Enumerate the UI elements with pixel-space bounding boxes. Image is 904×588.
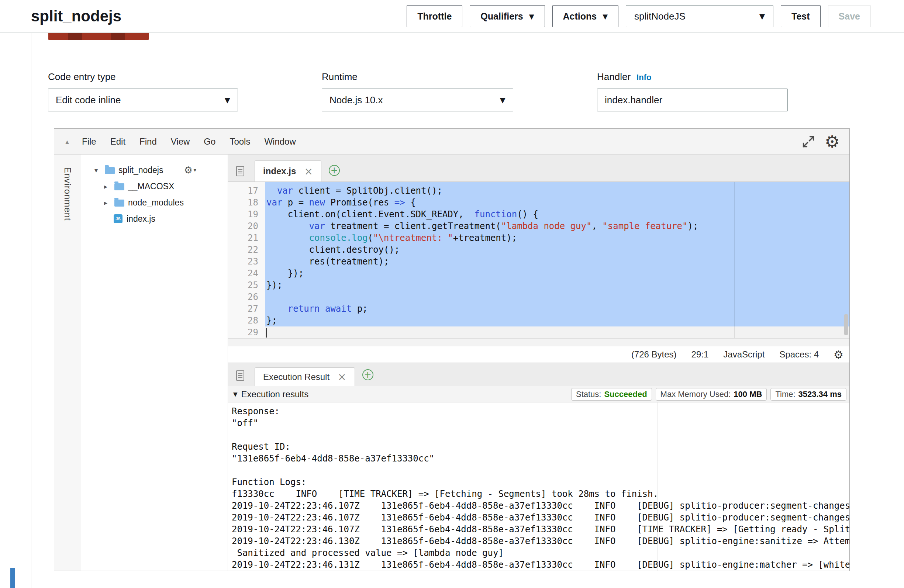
qualifiers-button[interactable]: Qualifiers ▼: [470, 5, 545, 27]
code-line[interactable]: 22 client.destroy();: [228, 244, 849, 256]
line-number: 21: [228, 232, 265, 244]
code-line[interactable]: 24 });: [228, 267, 849, 279]
close-tab-icon[interactable]: ×: [304, 165, 313, 177]
code-line[interactable]: [228, 182, 849, 185]
tab-label: index.js: [263, 166, 296, 176]
menu-go[interactable]: Go: [197, 136, 223, 147]
disclosure-open-icon[interactable]: ▾: [95, 166, 105, 174]
log-line: "131e865f-6eb4-4dd8-858e-a37ef13330cc": [232, 453, 849, 465]
actions-button-label: Actions: [563, 11, 597, 22]
code-content: });: [265, 267, 849, 279]
line-number: [228, 182, 265, 185]
handler-input[interactable]: [597, 89, 788, 111]
vertical-scrollbar[interactable]: [844, 314, 848, 335]
qualifiers-button-label: Qualifiers: [480, 11, 523, 22]
collapse-results-icon[interactable]: ▼: [233, 391, 238, 398]
caret-down-icon: ▼: [602, 13, 608, 20]
caret-down-icon: ▾: [194, 167, 196, 173]
throttle-button-label: Throttle: [417, 11, 452, 22]
code-content: client.destroy();: [265, 244, 849, 256]
code-line[interactable]: 26: [228, 291, 849, 303]
code-line[interactable]: 25});: [228, 279, 849, 291]
execution-results-title: Execution results: [241, 389, 309, 400]
code-content: [265, 291, 849, 303]
test-button[interactable]: Test: [781, 5, 820, 27]
code-line[interactable]: 29: [228, 326, 849, 338]
runtime-label: Runtime: [322, 71, 513, 83]
disclosure-closed-icon[interactable]: ▸: [104, 183, 114, 190]
menu-view[interactable]: View: [164, 136, 197, 147]
menu-window[interactable]: Window: [257, 136, 303, 147]
code-entry-type-select[interactable]: Edit code inline ▼: [48, 89, 238, 111]
tree-item-node-modules[interactable]: ▸ node_modules: [81, 194, 228, 211]
execution-log[interactable]: Response:"off"Request ID:"131e865f-6eb4-…: [228, 403, 849, 571]
indent-setting[interactable]: Spaces: 4: [779, 349, 819, 360]
handler-field: Handler Info: [597, 71, 788, 111]
code-line[interactable]: 27 return await p;: [228, 303, 849, 315]
tree-root-label: split_nodejs: [119, 165, 163, 175]
code-line[interactable]: 20 var treatment = client.getTreatment("…: [228, 220, 849, 232]
time-badge: Time: 3523.34 ms: [770, 388, 846, 401]
log-line: [232, 429, 849, 441]
handler-info-link[interactable]: Info: [637, 73, 651, 82]
line-number: 26: [228, 291, 265, 303]
code-line[interactable]: 19 client.on(client.Event.SDK_READY, fun…: [228, 209, 849, 220]
menu-edit[interactable]: Edit: [103, 136, 133, 147]
disclosure-closed-icon[interactable]: ▸: [104, 199, 114, 207]
execution-results-header: ▼ Execution results Status: Succeeded Ma…: [228, 386, 849, 403]
alias-select[interactable]: splitNodeJS ▼: [626, 5, 773, 27]
results-tabbar: Execution Result × +: [228, 363, 849, 386]
header-actions: Throttle Qualifiers ▼ Actions ▼ splitNod…: [407, 5, 871, 27]
code-line[interactable]: 17 var client = SplitObj.client();: [228, 185, 849, 197]
save-button[interactable]: Save: [828, 5, 871, 27]
code-content: var p = new Promise(res => {: [265, 197, 849, 209]
environment-tab[interactable]: Environment: [54, 155, 81, 571]
code-editor[interactable]: 17 var client = SplitObj.client();18var …: [228, 182, 849, 346]
code-entry-type-value: Edit code inline: [56, 95, 121, 106]
tree-item-label: node_modules: [128, 198, 184, 208]
line-number: 29: [228, 326, 265, 338]
tree-settings-gear-icon[interactable]: ⚙: [184, 164, 192, 175]
memory-badge-label: Max Memory Used:: [661, 390, 731, 399]
line-number: 28: [228, 315, 265, 326]
save-button-label: Save: [839, 11, 860, 22]
tab-execution-result[interactable]: Execution Result ×: [254, 367, 355, 386]
log-line: f13330cc INFO [TIME TRACKER] => [Fetchin…: [232, 488, 849, 500]
code-content: });: [265, 279, 849, 291]
file-size: (726 Bytes): [631, 349, 677, 360]
menu-file[interactable]: File: [75, 136, 103, 147]
menu-find[interactable]: Find: [133, 136, 164, 147]
code-line[interactable]: 23 res(treatment);: [228, 256, 849, 267]
tree-item-macosx[interactable]: ▸ __MACOSX: [81, 178, 228, 194]
code-line[interactable]: 28};: [228, 315, 849, 326]
function-code-card: Code entry type Edit code inline ▼ Runti…: [31, 33, 884, 588]
tab-list-icon[interactable]: [236, 166, 244, 176]
tree-root-split-nodejs[interactable]: ▾ split_nodejs ⚙ ▾: [81, 162, 228, 178]
log-line: 2019-10-24T22:23:46.131Z 131e865f-6eb4-4…: [232, 559, 849, 571]
code-content: return await p;: [265, 303, 849, 315]
fullscreen-icon[interactable]: [802, 135, 815, 148]
memory-badge: Max Memory Used: 100 MB: [656, 388, 767, 401]
code-line[interactable]: 18var p = new Promise(res => {: [228, 197, 849, 209]
tab-index-js[interactable]: index.js ×: [254, 160, 321, 182]
actions-button[interactable]: Actions ▼: [552, 5, 619, 27]
code-line[interactable]: 21 console.log("\ntreatment: "+treatment…: [228, 232, 849, 244]
throttle-button[interactable]: Throttle: [407, 5, 462, 27]
menu-tools[interactable]: Tools: [223, 136, 257, 147]
code-content: var treatment = client.getTreatment("lam…: [265, 220, 849, 232]
tree-item-index-js[interactable]: JS index.js: [81, 211, 228, 227]
new-tab-button[interactable]: +: [362, 369, 373, 380]
collapse-menubar-icon[interactable]: ▴: [65, 137, 69, 146]
language-mode[interactable]: JavaScript: [723, 349, 765, 360]
editor-settings-gear-icon[interactable]: ⚙: [825, 133, 840, 150]
statusbar-gear-icon[interactable]: ⚙: [833, 348, 844, 361]
log-line: 2019-10-24T22:23:46.107Z 131e865f-6eb4-4…: [232, 500, 849, 512]
js-file-icon: JS: [114, 214, 123, 223]
log-line: Sanitized and processed value => [lambda…: [232, 547, 849, 559]
close-tab-icon[interactable]: ×: [338, 371, 346, 383]
horizontal-scrollbar[interactable]: [228, 338, 849, 346]
tree-item-label: index.js: [126, 214, 155, 224]
new-tab-button[interactable]: +: [329, 165, 340, 176]
tab-list-icon[interactable]: [236, 370, 244, 381]
runtime-select[interactable]: Node.js 10.x ▼: [322, 89, 513, 111]
